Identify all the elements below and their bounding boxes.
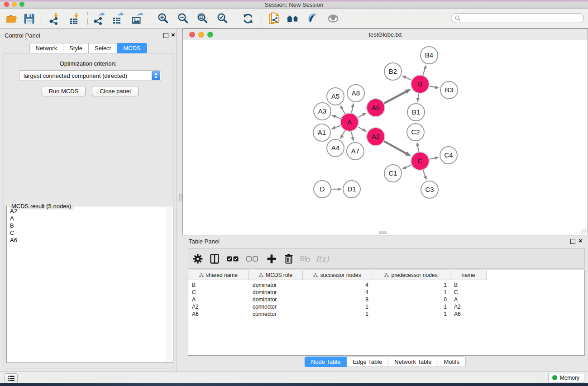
close-panel-button[interactable]: Close panel	[92, 86, 139, 96]
zoom-out-icon[interactable]	[176, 12, 191, 25]
network-graph-canvas[interactable]: B4B2BB3A5A8A6A3B1AA1C2A2A4A7C4CC1C3DD1	[183, 40, 588, 235]
node-B3[interactable]: B3	[440, 81, 458, 99]
node-B[interactable]: B	[411, 75, 429, 93]
search-input[interactable]	[461, 14, 583, 23]
memory-button[interactable]: Memory	[548, 373, 584, 382]
import-network-icon[interactable]	[48, 12, 62, 25]
search-field[interactable]	[451, 13, 584, 23]
table-close-panel-icon[interactable]: ×	[578, 238, 583, 243]
node-B2[interactable]: B2	[384, 63, 402, 80]
edge-A-A5[interactable]	[342, 109, 345, 114]
edge-A-A6[interactable]	[358, 114, 363, 117]
import-table-icon[interactable]	[68, 12, 82, 25]
node-A3[interactable]: A3	[314, 103, 331, 120]
mcds-result-item[interactable]: A6	[7, 237, 167, 244]
table-row[interactable]: A6connector11A6	[188, 310, 584, 318]
tab-style[interactable]: Style	[63, 43, 89, 53]
edge-B-B3[interactable]	[430, 86, 435, 87]
tab-network[interactable]: Network	[29, 43, 63, 53]
node-A1[interactable]: A1	[313, 124, 330, 141]
tab-network-table[interactable]: Network Table	[388, 357, 438, 367]
node-A6[interactable]: A6	[367, 99, 385, 117]
vertical-splitter-handle[interactable]	[179, 194, 182, 201]
node-C2[interactable]: C2	[407, 124, 424, 141]
table-row[interactable]: Cdominator41C	[188, 289, 584, 296]
tab-node-table[interactable]: Node Table	[305, 357, 347, 367]
close-panel-icon[interactable]: ×	[171, 32, 175, 37]
table-row[interactable]: A2connector11A2	[188, 303, 584, 310]
column-header-shared-name[interactable]: shared name	[188, 270, 249, 280]
node-A4[interactable]: A4	[327, 139, 344, 157]
network-list-button[interactable]	[5, 373, 18, 383]
edge-C-C4[interactable]	[430, 158, 435, 159]
node-C4[interactable]: C4	[440, 147, 457, 164]
add-column-icon[interactable]	[265, 253, 278, 265]
export-network-icon[interactable]	[92, 12, 106, 25]
node-D1[interactable]: D1	[343, 181, 360, 198]
edge-C-C1[interactable]	[406, 165, 411, 168]
node-C1[interactable]: C1	[384, 165, 402, 182]
node-A8[interactable]: A8	[347, 85, 364, 102]
node-A7[interactable]: A7	[347, 143, 364, 160]
tab-mcds[interactable]: MCDS	[117, 43, 147, 53]
save-session-icon[interactable]	[22, 12, 36, 25]
function-builder-icon[interactable]: f(x)	[316, 253, 329, 265]
zoom-in-icon[interactable]	[156, 12, 171, 25]
window-resize-grip[interactable]	[581, 229, 587, 234]
network-window-titlebar[interactable]: testGlobe.txt	[183, 29, 588, 40]
criterion-select[interactable]: largest connected component (directed)	[19, 70, 161, 81]
edge-A6-B[interactable]	[384, 91, 406, 103]
node-A2[interactable]: A2	[367, 128, 385, 146]
zoom-selected-icon[interactable]	[215, 12, 230, 25]
column-header-successor-nodes[interactable]: successor nodes	[303, 270, 372, 280]
node-B1[interactable]: B1	[407, 104, 425, 121]
tab-select[interactable]: Select	[88, 43, 117, 53]
export-image-icon[interactable]	[130, 12, 145, 25]
column-header-predecessor-nodes[interactable]: predecessor nodes	[372, 270, 450, 280]
tab-edge-table[interactable]: Edge Table	[346, 357, 388, 367]
eye-icon[interactable]	[326, 12, 340, 25]
table-settings-gear-icon[interactable]	[191, 253, 205, 265]
node-A5[interactable]: A5	[327, 88, 344, 105]
column-header-name[interactable]: name	[450, 270, 487, 280]
table-float-panel-icon[interactable]	[570, 239, 575, 244]
mcds-result-list[interactable]: A2ABCA6	[7, 208, 167, 362]
run-mcds-button[interactable]: Run MCDS	[42, 86, 86, 96]
mcds-result-scrollbar[interactable]	[167, 207, 172, 362]
graphics-details-icon[interactable]	[305, 12, 320, 25]
tab-motifs[interactable]: Motifs	[437, 357, 466, 367]
show-columns-icon[interactable]	[208, 253, 221, 265]
edge-A-A1[interactable]	[335, 125, 340, 128]
edge-C-C2[interactable]	[418, 146, 419, 152]
export-table-icon[interactable]	[111, 12, 125, 25]
edge-B-B2[interactable]	[406, 77, 411, 80]
mcds-result-item[interactable]: A2	[7, 208, 167, 215]
table-row[interactable]: Adominator80A	[188, 296, 584, 303]
table-row[interactable]: Bdominator41B	[188, 281, 584, 289]
edge-B-B1[interactable]	[418, 94, 419, 99]
mcds-result-item[interactable]: C	[7, 229, 167, 237]
select-all-icon[interactable]	[226, 253, 239, 265]
node-D[interactable]: D	[314, 181, 331, 198]
edge-A-A7[interactable]	[351, 132, 353, 138]
edge-B-B4[interactable]	[423, 69, 425, 75]
refresh-layout-icon[interactable]	[241, 12, 255, 25]
float-panel-icon[interactable]	[163, 33, 168, 38]
node-C3[interactable]: C3	[421, 181, 438, 198]
edge-C-C3[interactable]	[423, 170, 425, 176]
edge-A2-C[interactable]	[384, 141, 406, 153]
mcds-result-item[interactable]: A	[7, 215, 167, 222]
mcds-result-item[interactable]: B	[7, 222, 167, 229]
edge-A-A2[interactable]	[358, 127, 363, 129]
node-A[interactable]: A	[340, 113, 359, 131]
clone-network-icon[interactable]	[267, 12, 282, 25]
edge-A-A4[interactable]	[342, 130, 345, 135]
horizontal-splitter-handle[interactable]	[379, 231, 387, 234]
deselect-all-icon[interactable]	[245, 253, 259, 265]
open-file-icon[interactable]	[4, 12, 19, 25]
edge-A-A3[interactable]	[335, 117, 341, 119]
edge-A-A8[interactable]	[351, 107, 353, 113]
delete-table-icon[interactable]	[298, 253, 312, 265]
node-C[interactable]: C	[411, 152, 429, 170]
delete-column-trash-icon[interactable]	[282, 253, 296, 265]
